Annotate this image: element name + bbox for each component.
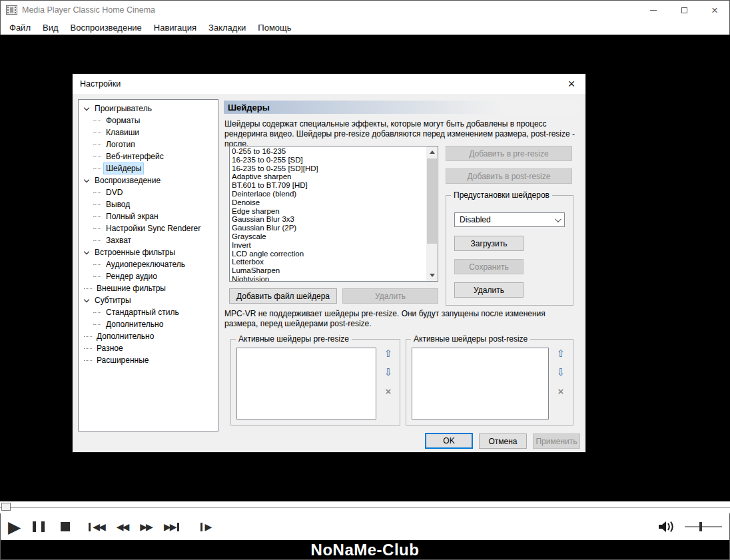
watermark-text: NoNaMe-Club [311,541,420,559]
tree-item[interactable]: Расширенные [79,354,218,366]
menu-item[interactable]: Вид [37,21,65,34]
scroll-up-button[interactable] [426,146,438,158]
shader-list-item[interactable]: 0-255 to 16-235 [230,147,426,156]
tree-item[interactable]: Форматы [79,115,218,127]
load-preset-button[interactable]: Загрузить [454,236,524,251]
volume-thumb[interactable] [699,522,702,531]
scrollbar-thumb[interactable] [427,158,437,244]
delete-preset-button[interactable]: Удалить [454,282,524,298]
tree-item[interactable]: Аудиопереключатель [79,258,218,270]
volume-track[interactable] [685,526,722,527]
tree-item[interactable]: Вывод [79,198,218,210]
tree-connector-icon [84,288,92,289]
tree-connector-icon [93,156,101,157]
shader-list-item[interactable]: Gaussian Blur (2P) [230,224,426,232]
seek-track[interactable] [0,507,730,508]
tree-item-label: Внешние фильтры [94,282,169,294]
remove-from-list-button[interactable]: × [382,384,395,398]
volume-slider[interactable] [685,520,722,533]
shader-list-item[interactable]: Edge sharpen [230,207,426,216]
ok-button[interactable]: OK [425,433,473,449]
shader-list-item[interactable]: Invert [230,241,426,250]
apply-button[interactable]: Применить [533,433,580,449]
tree-item[interactable]: Полный экран [79,210,218,222]
page-title: Шейдеры [224,101,580,114]
tree-item[interactable]: Рендер аудио [79,270,218,282]
remove-from-list-button[interactable]: × [554,384,567,398]
rewind-button[interactable]: ◀◀ [117,521,129,532]
shader-list-item[interactable]: Letterbox [230,258,426,266]
menu-item[interactable]: Закладки [202,21,252,34]
move-down-button[interactable]: ⇩ [554,365,567,380]
volume-icon[interactable] [657,520,675,533]
tree-item-label: Форматы [103,115,143,127]
move-up-button[interactable]: ⇧ [554,346,567,361]
video-area[interactable]: Настройки × Проигрыватель Форматы [0,35,730,501]
shader-list-item[interactable]: 16-235 to 0-255 [SD] [230,156,426,164]
menu-item[interactable]: Помощь [252,21,297,34]
move-down-button[interactable]: ⇩ [382,365,395,380]
seek-thumb[interactable] [1,503,11,511]
shader-list-item[interactable]: Adaptive sharpen [230,172,426,181]
tree-connector-icon [83,249,92,256]
skip-forward-button[interactable]: ▶▶ [164,521,180,532]
tree-item[interactable]: Настройки Sync Renderer [79,222,218,234]
shader-list-item[interactable]: Denoise [230,198,426,207]
menu-item[interactable]: Файл [3,21,37,34]
tree-item[interactable]: Проигрыватель [79,103,218,115]
tree-item-label: Аудиопереключатель [103,258,188,270]
fast-forward-button[interactable]: ▶▶ [140,521,152,532]
minimize-button[interactable] [638,0,669,20]
active-post-resize-list[interactable] [412,348,549,420]
seek-bar[interactable] [0,501,730,513]
menu-item[interactable]: Воспроизведение [65,21,148,34]
tree-item[interactable]: Веб-интерфейс [79,150,218,162]
add-to-post-resize-button[interactable]: Добавить в post-resize [446,168,572,184]
active-pre-resize-list[interactable] [236,348,376,420]
tree-item-label: Полный экран [103,210,161,222]
tree-item[interactable]: Шейдеры [79,162,218,174]
shader-list-item[interactable]: Deinterlace (blend) [230,190,426,198]
cancel-button[interactable]: Отмена [479,433,527,449]
tree-item[interactable]: Субтитры [79,294,218,306]
shader-list-item[interactable]: 16-235 to 0-255 [SD][HD] [230,164,426,173]
tree-item[interactable]: Разное [79,342,218,354]
tree-item[interactable]: DVD [79,186,218,198]
tree-item-label: Логотип [103,139,138,150]
tree-item-label: Расширенные [94,354,152,366]
shader-list-item[interactable]: Nightvision [230,275,426,281]
stop-button[interactable] [61,522,70,531]
tree-item[interactable]: Клавиши [79,127,218,139]
remove-shader-button[interactable]: Удалить [342,288,438,304]
dialog-close-button[interactable]: × [557,74,585,94]
skip-back-button[interactable]: ◀◀ [89,521,105,532]
add-to-pre-resize-button[interactable]: Добавить в pre-resize [446,146,572,161]
tree-item[interactable]: Стандартный стиль [79,306,218,318]
tree-item[interactable]: Захват [79,234,218,246]
tree-item[interactable]: Встроенные фильтры [79,246,218,258]
preset-dropdown[interactable]: Disabled [454,212,565,227]
tree-item[interactable]: Воспроизведение [79,174,218,186]
maximize-button[interactable] [669,0,699,20]
tree-item[interactable]: Внешние фильтры [79,282,218,294]
scroll-down-button[interactable] [426,270,438,281]
move-up-button[interactable]: ⇧ [382,346,395,361]
delete-x-icon: × [558,386,564,397]
shader-list-item[interactable]: Gaussian Blur 3x3 [230,215,426,224]
window-controls: × [638,0,730,20]
save-preset-button[interactable]: Сохранить [454,259,524,274]
shader-list-scrollbar[interactable] [426,146,438,281]
shader-list-item[interactable]: LCD angle correction [230,250,426,258]
pause-button[interactable] [33,521,45,532]
shader-list-item[interactable]: Grayscale [230,232,426,241]
tree-item[interactable]: Логотип [79,139,218,150]
play-button[interactable]: ▶ [8,519,21,535]
tree-item[interactable]: Дополнительно [79,318,218,330]
frame-step-button[interactable]: ▶ [200,521,210,532]
shader-list-item[interactable]: LumaSharpen [230,266,426,275]
tree-item[interactable]: Дополнительно [79,330,218,342]
close-button[interactable]: × [699,0,730,20]
shader-list-item[interactable]: BT.601 to BT.709 [HD] [230,181,426,190]
add-shader-file-button[interactable]: Добавить файл шейдера [229,288,337,304]
menu-item[interactable]: Навигация [148,21,202,34]
